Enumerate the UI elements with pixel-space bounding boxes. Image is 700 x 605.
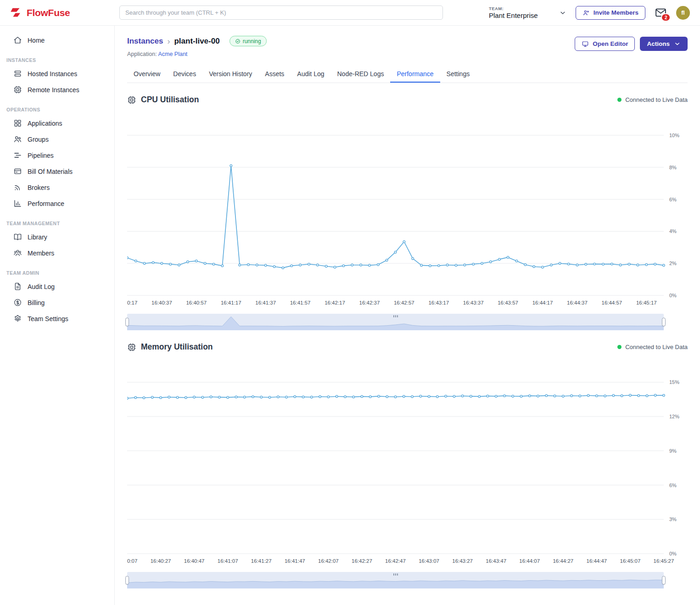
- actions-button[interactable]: Actions: [640, 37, 688, 51]
- svg-text:16:44:57: 16:44:57: [601, 300, 622, 305]
- chip-icon: [127, 343, 136, 352]
- open-editor-button[interactable]: Open Editor: [575, 37, 635, 51]
- application-line: Application: Acme Plant: [127, 51, 267, 57]
- sidebar-item-label: Bill Of Materials: [28, 168, 73, 175]
- svg-text:0%: 0%: [669, 293, 677, 298]
- sidebar-item-brokers[interactable]: Brokers: [0, 179, 114, 195]
- svg-text:0:17: 0:17: [127, 300, 137, 305]
- status-badge: running: [230, 36, 267, 46]
- instance-tabs: Overview Devices Version History Assets …: [127, 66, 688, 83]
- svg-text:16:45:17: 16:45:17: [636, 300, 657, 305]
- users-icon: [13, 135, 22, 144]
- svg-text:16:42:57: 16:42:57: [394, 300, 414, 305]
- memory-chart-brush[interactable]: [127, 572, 664, 588]
- tab-performance[interactable]: Performance: [390, 66, 440, 83]
- svg-text:16:43:47: 16:43:47: [486, 558, 506, 564]
- brush-grip-icon[interactable]: [393, 315, 398, 317]
- user-group-icon: [13, 249, 22, 257]
- chip-icon: [13, 85, 22, 94]
- memory-utilisation-chart: 0%3%6%9%12%15%0:0716:40:2716:40:4716:41:…: [127, 354, 688, 568]
- sidebar-item-members[interactable]: Members: [0, 245, 114, 261]
- tab-settings[interactable]: Settings: [440, 66, 476, 83]
- avatar-initials: fl: [681, 10, 685, 16]
- sidebar-item-home[interactable]: Home: [0, 32, 114, 48]
- tab-devices[interactable]: Devices: [167, 66, 202, 83]
- sidebar-section-instances: INSTANCES: [0, 55, 114, 66]
- svg-text:16:40:57: 16:40:57: [186, 300, 207, 305]
- sidebar-item-team-settings[interactable]: Team Settings: [0, 311, 114, 327]
- cpu-chart-brush[interactable]: [127, 314, 664, 330]
- invite-members-label: Invite Members: [594, 9, 638, 16]
- sidebar-item-applications[interactable]: Applications: [0, 115, 114, 131]
- brush-right-handle[interactable]: [662, 318, 666, 327]
- svg-text:16:42:37: 16:42:37: [359, 300, 380, 305]
- sidebar-item-remote-instances[interactable]: Remote Instances: [0, 82, 114, 98]
- book-icon: [13, 233, 22, 241]
- tab-node-red-logs[interactable]: Node-RED Logs: [331, 66, 391, 83]
- svg-text:16:43:27: 16:43:27: [452, 558, 473, 564]
- sidebar-item-library[interactable]: Library: [0, 229, 114, 245]
- invite-members-button[interactable]: Invite Members: [576, 6, 645, 20]
- open-editor-label: Open Editor: [593, 40, 628, 47]
- cpu-section-title: CPU Utilisation: [127, 95, 199, 105]
- svg-text:16:41:37: 16:41:37: [255, 300, 276, 305]
- svg-text:16:45:27: 16:45:27: [654, 558, 674, 564]
- svg-text:16:40:37: 16:40:37: [151, 300, 172, 305]
- memory-live-status: Connected to Live Data: [617, 344, 688, 350]
- tab-assets[interactable]: Assets: [258, 66, 291, 83]
- live-status-text: Connected to Live Data: [625, 96, 688, 103]
- svg-text:16:43:37: 16:43:37: [463, 300, 484, 305]
- flowfuse-logo[interactable]: FlowFuse: [9, 6, 116, 20]
- brush-grip-icon[interactable]: [393, 573, 398, 576]
- memory-section-title: Memory Utilisation: [127, 342, 213, 352]
- brush-right-handle[interactable]: [662, 576, 666, 585]
- sidebar-item-label: Remote Instances: [28, 86, 79, 94]
- cpu-live-status: Connected to Live Data: [617, 96, 688, 103]
- sidebar-item-hosted-instances[interactable]: Hosted Instances: [0, 66, 114, 82]
- team-selector[interactable]: TEAM: Plant Enterprise: [489, 6, 566, 19]
- svg-text:10%: 10%: [669, 133, 679, 138]
- svg-text:16:40:47: 16:40:47: [184, 558, 205, 564]
- search-input[interactable]: [119, 6, 443, 20]
- tab-overview[interactable]: Overview: [127, 66, 167, 83]
- svg-text:12%: 12%: [669, 414, 679, 419]
- gear-icon: [13, 314, 22, 323]
- sidebar-item-label: Team Settings: [28, 315, 68, 322]
- team-selector-value: Plant Enterprise: [489, 11, 538, 19]
- svg-text:16:42:17: 16:42:17: [325, 300, 345, 305]
- brush-left-handle[interactable]: [125, 318, 129, 327]
- sidebar-item-pipelines[interactable]: Pipelines: [0, 147, 114, 163]
- sidebar-item-label: Hosted Instances: [28, 70, 77, 78]
- sidebar-item-groups[interactable]: Groups: [0, 131, 114, 147]
- sidebar-item-label: Audit Log: [28, 283, 55, 290]
- breadcrumb-instances-link[interactable]: Instances: [127, 37, 163, 46]
- invite-user-icon: [582, 9, 590, 17]
- svg-text:8%: 8%: [669, 165, 677, 170]
- tab-audit-log[interactable]: Audit Log: [291, 66, 330, 83]
- tab-version-history[interactable]: Version History: [202, 66, 258, 83]
- avatar[interactable]: fl: [676, 6, 690, 20]
- sidebar-item-audit-log[interactable]: Audit Log: [0, 278, 114, 294]
- svg-text:16:43:17: 16:43:17: [428, 300, 449, 305]
- live-status-dot: [617, 345, 622, 349]
- svg-text:2%: 2%: [669, 261, 677, 266]
- sidebar-item-label: Groups: [28, 136, 49, 143]
- card-icon: [13, 167, 22, 176]
- live-status-dot: [617, 98, 622, 102]
- sidebar-item-bill-of-materials[interactable]: Bill Of Materials: [0, 163, 114, 179]
- svg-text:6%: 6%: [669, 483, 677, 488]
- sidebar-item-label: Billing: [28, 299, 45, 306]
- application-link[interactable]: Acme Plant: [158, 51, 187, 57]
- svg-text:0%: 0%: [669, 551, 677, 556]
- sidebar-item-performance[interactable]: Performance: [0, 195, 114, 211]
- sidebar-item-label: Pipelines: [28, 152, 54, 159]
- svg-text:16:44:17: 16:44:17: [532, 300, 553, 305]
- svg-text:4%: 4%: [669, 228, 677, 234]
- sidebar-section-team-management: TEAM MANAGEMENT: [0, 218, 114, 229]
- breadcrumb: Instances › plant-live-00 running: [127, 36, 267, 46]
- brush-left-handle[interactable]: [125, 576, 129, 585]
- sidebar-item-billing[interactable]: Billing: [0, 294, 114, 311]
- svg-text:6%: 6%: [669, 197, 677, 202]
- notifications-button[interactable]: 2: [655, 6, 667, 19]
- live-status-text: Connected to Live Data: [625, 344, 688, 350]
